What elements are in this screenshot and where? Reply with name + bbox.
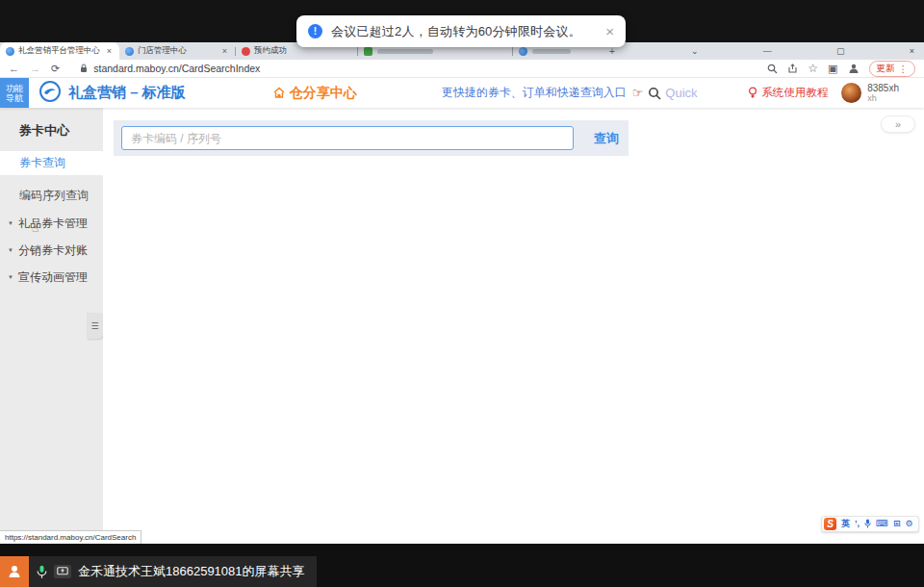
search-icon[interactable] [648, 87, 661, 100]
obscured-tab-title [532, 49, 571, 54]
card-search-input[interactable] [121, 126, 574, 150]
share-icon[interactable] [787, 64, 798, 74]
sidebar-item-code-sequence-search[interactable]: 编码序列查询 [0, 181, 103, 210]
mouse-hand-cursor: ☝ [32, 221, 38, 235]
update-label: 更新 [877, 63, 895, 75]
screen-share-text: 金禾通技术王斌18662591081的屏幕共享 [78, 563, 305, 580]
site-favicon [519, 47, 527, 56]
sidebar-item-card-search[interactable]: 券卡查询 [0, 151, 103, 175]
reload-icon[interactable]: ⟳ [51, 63, 60, 75]
lock-icon[interactable] [80, 64, 88, 73]
url-text[interactable]: standard.maboy.cn/CardSearchIndex [93, 63, 260, 74]
avatar [841, 83, 861, 103]
app-title: 礼盒营销 – 标准版 [68, 84, 186, 102]
ime-toolbox-icon[interactable]: ⊞ [893, 520, 901, 528]
tab-title: 预约成功 [254, 45, 287, 57]
tutorial-label: 系统使用教程 [761, 86, 828, 100]
notification-text: 会议已超过2人，自动转为60分钟限时会议。 [331, 23, 581, 40]
window-controls: ⌄ — ▢ × [687, 42, 918, 60]
tab-search-chevron-icon[interactable]: ⌄ [687, 46, 703, 56]
quick-entry-tip: 更快捷的券卡、订单和快递查询入口 [442, 85, 627, 101]
sidebar-item-gift-card-management[interactable]: ▼ 礼品券卡管理 [0, 210, 103, 237]
link-status-tooltip: https://standard.maboy.cn/CardSearch [0, 530, 141, 544]
quick-search-label[interactable]: Quick [665, 86, 697, 100]
tab-close-icon[interactable]: × [220, 46, 229, 56]
house-icon [272, 87, 286, 99]
zoom-icon[interactable] [767, 64, 778, 74]
card-search-panel: 查询 [114, 120, 629, 156]
workarea: 券卡中心 券卡查询 编码序列查询 ▼ 礼品券卡管理 ▼ 分销券卡对账 ▼ 宣传动… [0, 108, 924, 544]
site-favicon [6, 47, 14, 56]
forward-icon[interactable]: → [30, 63, 40, 74]
ime-keyboard-icon[interactable]: ⌨ [876, 520, 888, 528]
sidebar-collapse-handle[interactable]: ☰ [87, 313, 103, 339]
user-account[interactable]: 8385xh xh [841, 83, 899, 103]
browser-update-button[interactable]: 更新 ⋮ [869, 61, 916, 77]
ime-language-mode[interactable]: 英 [841, 520, 850, 528]
side-panel-icon[interactable]: ▣ [828, 63, 837, 75]
lightbulb-icon [748, 87, 757, 99]
tab-title: 礼盒营销平台管理中心 [18, 45, 100, 57]
warehouse-share-center-link[interactable]: 仓分享中心 [272, 85, 357, 102]
minimize-icon[interactable]: — [759, 46, 776, 56]
system-tutorial-link[interactable]: 系统使用教程 [748, 86, 828, 100]
sidebar-item-label: 分销券卡对账 [18, 242, 88, 259]
microphone-icon [37, 565, 47, 579]
meeting-notification: ! 会议已超过2人，自动转为60分钟限时会议。 × [296, 15, 626, 47]
site-favicon [242, 47, 250, 56]
bottom-taskbar: 金禾通技术王斌18662591081的屏幕共享 [0, 544, 924, 587]
sidebar-item-label: 礼品券卡管理 [18, 216, 88, 232]
sidebar-section-title: 券卡中心 [0, 108, 103, 151]
screen-share-indicator[interactable]: 金禾通技术王斌18662591081的屏幕共享 [0, 556, 317, 587]
share-center-label: 仓分享中心 [290, 85, 357, 102]
profile-icon[interactable] [848, 63, 860, 74]
browser-window: 礼盒营销平台管理中心 × 门店管理中心 × 预约成功 + ⌄ — ▢ × [0, 42, 924, 544]
app-header: 功能 导航 礼盒营销 – 标准版 仓分享中心 更快捷的券卡、订单和快递查询入口 … [0, 78, 924, 108]
kebab-menu-icon[interactable]: ⋮ [899, 64, 909, 74]
search-button[interactable]: 查询 [594, 130, 619, 147]
ime-settings-icon[interactable]: ⚙ [906, 520, 913, 528]
bookmark-star-icon[interactable]: ☆ [808, 62, 818, 75]
tab-title: 门店管理中心 [138, 45, 187, 57]
app-logo-icon [39, 81, 61, 106]
maximize-icon[interactable]: ▢ [833, 46, 849, 56]
caret-down-icon: ▼ [8, 220, 13, 226]
share-chip: 金禾通技术王斌18662591081的屏幕共享 [29, 556, 317, 587]
site-favicon [364, 47, 372, 56]
caret-down-icon: ▼ [8, 274, 13, 280]
expand-panel-button[interactable]: » [881, 115, 915, 133]
screen-share-icon [54, 565, 71, 578]
sidebar-item-label: 宣传动画管理 [18, 269, 88, 286]
site-favicon [125, 47, 134, 56]
address-bar: ← → ⟳ standard.maboy.cn/CardSearchIndex … [0, 60, 924, 78]
ime-punctuation-icon[interactable]: ’, [855, 520, 860, 528]
back-icon[interactable]: ← [9, 63, 19, 74]
pointing-hand-icon: ☞ [632, 86, 644, 100]
sidebar-item-distribution-card-reconcile[interactable]: ▼ 分销券卡对账 [0, 237, 103, 264]
ime-mic-icon[interactable] [864, 519, 871, 530]
tab-close-icon[interactable]: × [105, 46, 114, 56]
obscured-tab-title [377, 49, 433, 54]
info-icon: ! [308, 24, 322, 38]
nav-toggle-line1: 功能 [6, 84, 23, 93]
tab-gift-box-admin[interactable]: 礼盒营销平台管理中心 × [0, 42, 119, 60]
user-alias: xh [867, 93, 899, 103]
function-nav-button[interactable]: 功能 导航 [0, 78, 29, 108]
nav-toggle-line2: 导航 [6, 93, 23, 103]
new-tab-icon[interactable]: + [609, 46, 615, 57]
tab-store-admin[interactable]: 门店管理中心 × [119, 42, 235, 60]
participant-icon [0, 556, 29, 587]
ime-toolbar[interactable]: S 英 ’, ⌨ ⊞ ⚙ [821, 516, 919, 532]
user-name: 8385xh [867, 84, 899, 93]
close-icon[interactable]: × [603, 23, 616, 39]
sogou-logo-icon[interactable]: S [824, 518, 836, 530]
caret-down-icon: ▼ [8, 247, 13, 253]
window-close-icon[interactable]: × [906, 46, 918, 56]
main-content: 查询 » [103, 108, 924, 544]
sidebar-item-promo-animation-management[interactable]: ▼ 宣传动画管理 [0, 264, 103, 291]
